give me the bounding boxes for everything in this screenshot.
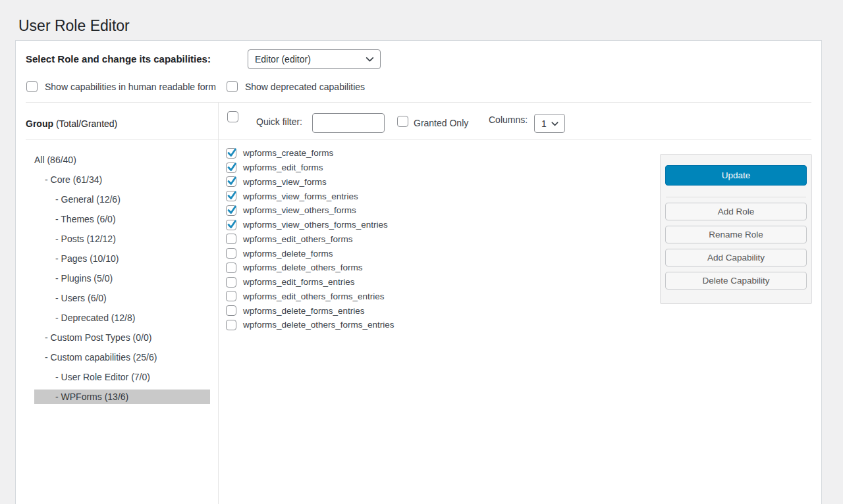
capability-row: wpforms_edit_forms_entries <box>226 275 394 290</box>
human-readable-checkbox[interactable] <box>26 81 38 92</box>
capability-row: wpforms_view_forms <box>226 175 394 189</box>
add-capability-button[interactable]: Add Capability <box>665 249 807 266</box>
group-item[interactable]: - Posts (12/12) <box>34 232 210 246</box>
check-icon <box>227 190 237 201</box>
deprecated-option: Show deprecated capabilities <box>227 81 365 92</box>
capability-row: wpforms_delete_others_forms <box>226 261 394 275</box>
add-role-button[interactable]: Add Role <box>665 203 807 220</box>
capability-label: wpforms_delete_others_forms <box>243 263 363 272</box>
group-item[interactable]: - Custom Post Types (0/0) <box>34 330 210 345</box>
capability-checkbox[interactable] <box>226 291 236 301</box>
divider <box>26 102 811 103</box>
columns-label: Columns: <box>489 114 528 125</box>
capability-checkbox[interactable] <box>226 263 236 273</box>
capability-row: wpforms_delete_forms_entries <box>226 303 394 318</box>
group-header: Group (Total/Granted) <box>26 114 117 134</box>
capability-checkbox[interactable] <box>226 220 236 230</box>
role-select[interactable]: Editor (editor) <box>248 49 381 69</box>
select-all-checkbox[interactable] <box>227 111 238 122</box>
chevron-down-icon <box>550 118 560 128</box>
group-item[interactable]: - Plugins (5/0) <box>34 271 210 286</box>
group-item[interactable]: - Users (6/0) <box>34 291 210 305</box>
capability-checkbox[interactable] <box>226 277 236 288</box>
granted-only-checkbox[interactable] <box>397 116 408 127</box>
capability-label: wpforms_create_forms <box>243 148 333 158</box>
check-icon <box>227 219 237 230</box>
capability-label: wpforms_view_others_forms_entries <box>243 220 388 230</box>
group-item[interactable]: - WPForms (13/6) <box>34 390 210 404</box>
group-tree: All (86/40)- Core (61/34)- General (12/6… <box>34 153 210 409</box>
group-item[interactable]: - Custom capabilities (25/6) <box>34 350 210 365</box>
group-item[interactable]: - User Role Editor (7/0) <box>34 370 210 384</box>
capability-row: wpforms_create_forms <box>226 146 394 161</box>
capability-label: wpforms_edit_forms <box>243 163 323 172</box>
deprecated-label: Show deprecated capabilities <box>245 82 365 92</box>
role-select-value: Editor (editor) <box>255 54 311 64</box>
columns-select-value: 1 <box>541 118 547 129</box>
capability-checkbox[interactable] <box>226 148 236 159</box>
group-item[interactable]: - Themes (6/0) <box>34 212 210 226</box>
capability-label: wpforms_edit_forms_entries <box>243 277 355 287</box>
group-item[interactable]: - Pages (10/10) <box>34 251 210 266</box>
actions-panel: Update Add Role Rename Role Add Capabili… <box>660 154 812 304</box>
capability-row: wpforms_edit_others_forms_entries <box>226 290 394 304</box>
capability-label: wpforms_view_others_forms <box>243 205 356 215</box>
capability-checkbox[interactable] <box>226 163 236 173</box>
granted-only-label: Granted Only <box>414 118 468 128</box>
deprecated-checkbox[interactable] <box>227 81 238 92</box>
group-header-suffix: (Total/Granted) <box>56 118 117 129</box>
chevron-down-icon <box>364 54 375 65</box>
capability-list: wpforms_create_formswpforms_edit_formswp… <box>226 146 394 332</box>
display-options-row: Show capabilities in human readable form… <box>26 81 365 92</box>
select-role-label: Select Role and change its capabilities: <box>26 49 211 69</box>
capability-label: wpforms_edit_others_forms_entries <box>243 291 385 301</box>
human-readable-label: Show capabilities in human readable form <box>45 82 216 92</box>
check-icon <box>227 205 237 215</box>
capability-row: wpforms_view_others_forms_entries <box>226 218 394 232</box>
check-icon <box>227 176 237 186</box>
group-item[interactable]: All (86/40) <box>34 153 210 167</box>
capability-row: wpforms_edit_forms <box>226 161 394 175</box>
group-item[interactable]: - Deprecated (12/8) <box>34 311 210 325</box>
group-header-title: Group <box>26 118 53 129</box>
capability-row: wpforms_view_others_forms <box>226 203 394 218</box>
capability-label: wpforms_delete_forms <box>243 249 333 259</box>
divider <box>666 197 806 197</box>
update-button[interactable]: Update <box>665 165 807 186</box>
group-item[interactable]: - General (12/6) <box>34 192 210 207</box>
capability-label: wpforms_view_forms_entries <box>243 191 358 201</box>
capability-row: wpforms_view_forms_entries <box>226 189 394 203</box>
capability-label: wpforms_edit_others_forms <box>243 234 353 244</box>
capability-label: wpforms_delete_others_forms_entries <box>243 320 394 330</box>
capability-checkbox[interactable] <box>226 205 236 216</box>
capability-label: wpforms_view_forms <box>243 177 327 187</box>
capability-checkbox[interactable] <box>226 234 236 244</box>
group-item[interactable]: - Core (61/34) <box>34 172 210 187</box>
check-icon <box>227 147 237 158</box>
capability-row: wpforms_delete_others_forms_entries <box>226 318 394 332</box>
capability-checkbox[interactable] <box>226 305 236 316</box>
vertical-divider <box>218 103 219 504</box>
user-role-editor-panel: Select Role and change its capabilities:… <box>15 40 822 504</box>
capability-checkbox[interactable] <box>226 176 236 187</box>
capability-row: wpforms_delete_forms <box>226 246 394 261</box>
capability-checkbox[interactable] <box>226 248 236 259</box>
capability-row: wpforms_edit_others_forms <box>226 232 394 247</box>
columns-select[interactable]: 1 <box>534 114 565 133</box>
capability-label: wpforms_delete_forms_entries <box>243 306 365 316</box>
quick-filter-label: Quick filter: <box>256 116 302 127</box>
human-readable-option: Show capabilities in human readable form <box>26 81 216 92</box>
capability-checkbox[interactable] <box>226 320 236 330</box>
capability-checkbox[interactable] <box>226 191 236 201</box>
rename-role-button[interactable]: Rename Role <box>665 226 807 243</box>
page-title: User Role Editor <box>18 16 130 36</box>
divider <box>26 139 811 139</box>
check-icon <box>227 162 237 172</box>
quick-filter-input[interactable] <box>312 113 385 133</box>
delete-capability-button[interactable]: Delete Capability <box>665 272 807 290</box>
